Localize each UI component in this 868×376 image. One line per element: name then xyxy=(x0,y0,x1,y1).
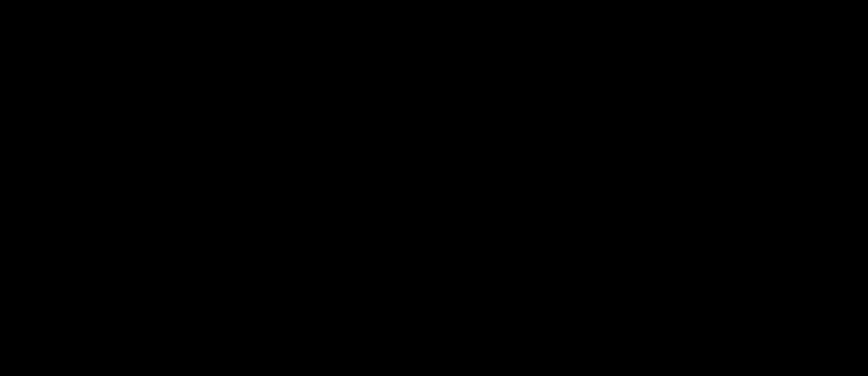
layout-editor-canvas[interactable] xyxy=(0,0,868,376)
layout-drawing[interactable] xyxy=(0,0,868,376)
